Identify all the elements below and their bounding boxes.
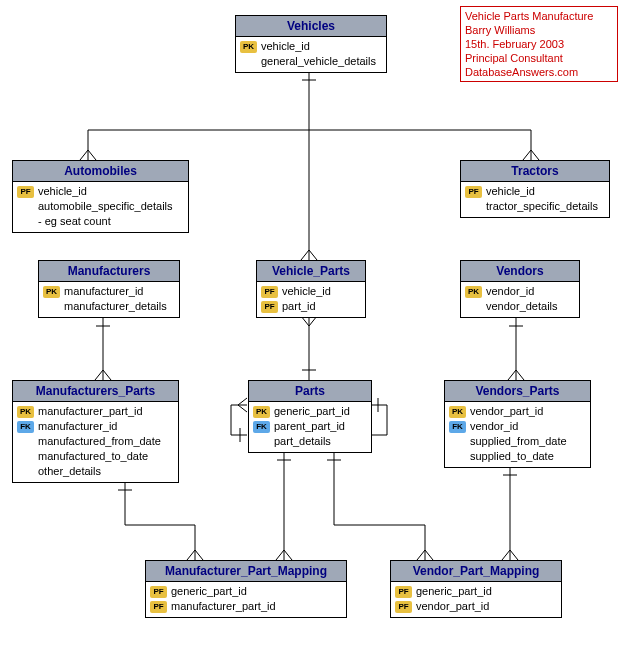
pk-icon: PK bbox=[17, 406, 34, 418]
pf-icon: PF bbox=[261, 286, 278, 298]
entity-title: Manufacturer_Part_Mapping bbox=[146, 561, 346, 582]
pf-icon: PF bbox=[395, 601, 412, 613]
attr-row: part_details bbox=[253, 434, 367, 449]
entity-manufacturers-parts: Manufacturers_Parts PKmanufacturer_part_… bbox=[12, 380, 179, 483]
pf-icon: PF bbox=[465, 186, 482, 198]
attr-row: PKmanufacturer_part_id bbox=[17, 404, 174, 419]
attr-row: other_details bbox=[17, 464, 174, 479]
pk-icon: PK bbox=[465, 286, 482, 298]
entity-body: PFgeneric_part_id PFmanufacturer_part_id bbox=[146, 582, 346, 617]
entity-title: Vendors bbox=[461, 261, 579, 282]
meta-line: Principal Consultant bbox=[465, 51, 613, 65]
attr-row: PFvehicle_id bbox=[261, 284, 361, 299]
attr-row: PKvendor_part_id bbox=[449, 404, 586, 419]
entity-body: PKmanufacturer_id manufacturer_details bbox=[39, 282, 179, 317]
attr-row: - eg seat count bbox=[17, 214, 184, 229]
fk-icon: FK bbox=[253, 421, 270, 433]
attr-row: supplied_to_date bbox=[449, 449, 586, 464]
entity-body: PFgeneric_part_id PFvendor_part_id bbox=[391, 582, 561, 617]
attr-row: manufacturer_details bbox=[43, 299, 175, 314]
entity-manufacturers: Manufacturers PKmanufacturer_id manufact… bbox=[38, 260, 180, 318]
pf-icon: PF bbox=[17, 186, 34, 198]
entity-title: Vendors_Parts bbox=[445, 381, 590, 402]
entity-body: PFvehicle_id automobile_specific_details… bbox=[13, 182, 188, 232]
attr-row: tractor_specific_details bbox=[465, 199, 605, 214]
entity-title: Automobiles bbox=[13, 161, 188, 182]
entity-body: PFvehicle_id tractor_specific_details bbox=[461, 182, 609, 217]
attr-row: supplied_from_date bbox=[449, 434, 586, 449]
pf-icon: PF bbox=[150, 601, 167, 613]
entity-title: Vehicles bbox=[236, 16, 386, 37]
attr-row: FKvendor_id bbox=[449, 419, 586, 434]
attr-row: vendor_details bbox=[465, 299, 575, 314]
entity-title: Vendor_Part_Mapping bbox=[391, 561, 561, 582]
attr-row: FKparent_part_id bbox=[253, 419, 367, 434]
entity-vehicle-parts: Vehicle_Parts PFvehicle_id PFpart_id bbox=[256, 260, 366, 318]
pk-icon: PK bbox=[240, 41, 257, 53]
pk-icon: PK bbox=[43, 286, 60, 298]
fk-icon: FK bbox=[449, 421, 466, 433]
entity-title: Parts bbox=[249, 381, 371, 402]
pf-icon: PF bbox=[261, 301, 278, 313]
entity-title: Tractors bbox=[461, 161, 609, 182]
attr-row: PFmanufacturer_part_id bbox=[150, 599, 342, 614]
attr-row: PFgeneric_part_id bbox=[395, 584, 557, 599]
pk-icon: PK bbox=[449, 406, 466, 418]
entity-body: PFvehicle_id PFpart_id bbox=[257, 282, 365, 317]
entity-body: PKvehicle_id general_vehicle_details bbox=[236, 37, 386, 72]
entity-vendor-part-mapping: Vendor_Part_Mapping PFgeneric_part_id PF… bbox=[390, 560, 562, 618]
attr-row: manufactured_to_date bbox=[17, 449, 174, 464]
entity-tractors: Tractors PFvehicle_id tractor_specific_d… bbox=[460, 160, 610, 218]
attr-row: PFvendor_part_id bbox=[395, 599, 557, 614]
fk-icon: FK bbox=[17, 421, 34, 433]
attr-row: PFvehicle_id bbox=[465, 184, 605, 199]
entity-parts: Parts PKgeneric_part_id FKparent_part_id… bbox=[248, 380, 372, 453]
entity-body: PKmanufacturer_part_id FKmanufacturer_id… bbox=[13, 402, 178, 482]
meta-line: 15th. February 2003 bbox=[465, 37, 613, 51]
entity-body: PKvendor_part_id FKvendor_id supplied_fr… bbox=[445, 402, 590, 467]
attr-row: PFgeneric_part_id bbox=[150, 584, 342, 599]
attr-row: general_vehicle_details bbox=[240, 54, 382, 69]
attr-row: PKvehicle_id bbox=[240, 39, 382, 54]
entity-vendors-parts: Vendors_Parts PKvendor_part_id FKvendor_… bbox=[444, 380, 591, 468]
entity-body: PKvendor_id vendor_details bbox=[461, 282, 579, 317]
attr-row: PKgeneric_part_id bbox=[253, 404, 367, 419]
attr-row: FKmanufacturer_id bbox=[17, 419, 174, 434]
entity-manufacturer-part-mapping: Manufacturer_Part_Mapping PFgeneric_part… bbox=[145, 560, 347, 618]
meta-line: DatabaseAnswers.com bbox=[465, 65, 613, 79]
attr-row: automobile_specific_details bbox=[17, 199, 184, 214]
entity-automobiles: Automobiles PFvehicle_id automobile_spec… bbox=[12, 160, 189, 233]
meta-line: Vehicle Parts Manufacture bbox=[465, 9, 613, 23]
entity-title: Vehicle_Parts bbox=[257, 261, 365, 282]
entity-body: PKgeneric_part_id FKparent_part_id part_… bbox=[249, 402, 371, 452]
pk-icon: PK bbox=[253, 406, 270, 418]
entity-vendors: Vendors PKvendor_id vendor_details bbox=[460, 260, 580, 318]
entity-title: Manufacturers bbox=[39, 261, 179, 282]
entity-vehicles: Vehicles PKvehicle_id general_vehicle_de… bbox=[235, 15, 387, 73]
meta-line: Barry Williams bbox=[465, 23, 613, 37]
attr-row: PFvehicle_id bbox=[17, 184, 184, 199]
attr-row: PFpart_id bbox=[261, 299, 361, 314]
connector-lines bbox=[0, 0, 619, 645]
pf-icon: PF bbox=[150, 586, 167, 598]
attr-row: PKmanufacturer_id bbox=[43, 284, 175, 299]
entity-title: Manufacturers_Parts bbox=[13, 381, 178, 402]
attr-row: PKvendor_id bbox=[465, 284, 575, 299]
attr-row: manufactured_from_date bbox=[17, 434, 174, 449]
meta-box: Vehicle Parts Manufacture Barry Williams… bbox=[460, 6, 618, 82]
pf-icon: PF bbox=[395, 586, 412, 598]
